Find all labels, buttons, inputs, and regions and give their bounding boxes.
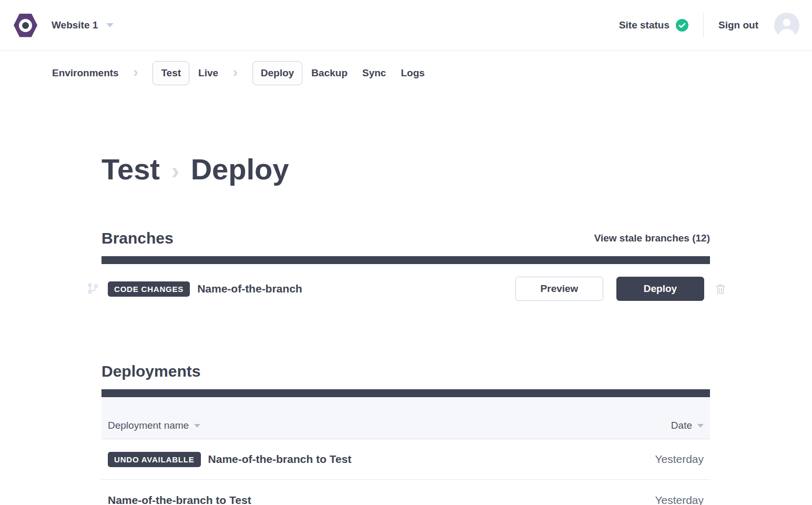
main-content: Test › Deploy Branches View stale branch…: [102, 150, 710, 505]
code-changes-badge: CODE CHANGES: [108, 281, 190, 297]
header-divider: [703, 13, 704, 38]
page-title-section: Deploy: [191, 152, 289, 187]
column-date-label: Date: [671, 420, 692, 431]
tab-sync[interactable]: Sync: [362, 67, 386, 79]
chevron-right-icon: ›: [233, 65, 238, 81]
column-date[interactable]: Date: [671, 420, 704, 431]
page-title: Test › Deploy: [102, 150, 710, 188]
top-header: Website 1 Site status Sign out: [0, 0, 812, 51]
sort-caret-icon: [697, 424, 704, 428]
logo-dot: [22, 22, 29, 29]
page-title-env: Test: [102, 152, 160, 187]
brand-logo-icon[interactable]: [14, 14, 37, 37]
deployment-name: Name-of-the-branch to Test: [108, 494, 251, 505]
tab-live[interactable]: Live: [198, 67, 218, 79]
deployment-row[interactable]: Name-of-the-branch to Test Yesterday: [102, 480, 710, 505]
deployments-heading: Deployments: [102, 361, 200, 381]
column-deployment-name-label: Deployment name: [108, 420, 189, 431]
deployments-section: Deployments Deployment name Date UNDO AV…: [102, 361, 710, 505]
deploy-button[interactable]: Deploy: [616, 277, 704, 301]
git-branch-icon: [87, 282, 99, 295]
sort-caret-icon: [194, 424, 200, 428]
tab-test-active[interactable]: Test: [153, 61, 189, 85]
nav-environments[interactable]: Environments: [52, 67, 119, 79]
site-switcher-dropdown[interactable]: Website 1: [52, 19, 114, 31]
tab-logs[interactable]: Logs: [401, 67, 424, 79]
branches-heading: Branches: [102, 228, 174, 248]
branch-name: Name-of-the-branch: [197, 282, 302, 295]
chevron-right-icon: ›: [134, 65, 138, 81]
branch-row: CODE CHANGES Name-of-the-branch Preview …: [102, 277, 710, 301]
avatar[interactable]: [774, 13, 799, 38]
site-status-label: Site status: [619, 19, 669, 31]
deployment-row[interactable]: UNDO AVAILABLLE Name-of-the-branch to Te…: [102, 439, 710, 480]
check-circle-icon: [676, 19, 688, 32]
site-name: Website 1: [52, 19, 98, 31]
tab-backup[interactable]: Backup: [311, 67, 348, 79]
branches-section: Branches View stale branches (12) CODE C…: [102, 228, 710, 301]
section-divider-bar: [102, 256, 710, 264]
chevron-down-icon: [106, 23, 114, 27]
logo-ring: [19, 19, 32, 32]
tab-deploy-active[interactable]: Deploy: [252, 61, 302, 85]
site-status[interactable]: Site status: [619, 19, 688, 32]
sign-out-button[interactable]: Sign out: [718, 19, 758, 31]
section-divider-bar: [102, 389, 710, 397]
environment-nav: Environments › Test Live › Deploy Backup…: [52, 61, 812, 85]
column-deployment-name[interactable]: Deployment name: [108, 420, 200, 431]
view-stale-branches-link[interactable]: View stale branches (12): [594, 228, 710, 248]
user-icon: [774, 13, 799, 38]
chevron-right-icon: ›: [171, 150, 179, 188]
deployments-table-header: Deployment name Date: [102, 397, 710, 439]
deployment-name: Name-of-the-branch to Test: [208, 453, 352, 466]
undo-available-badge: UNDO AVAILABLLE: [108, 452, 201, 467]
deployment-date: Yesterday: [655, 494, 704, 505]
preview-button[interactable]: Preview: [515, 277, 603, 301]
deployment-date: Yesterday: [655, 453, 704, 466]
trash-icon[interactable]: [714, 282, 727, 295]
